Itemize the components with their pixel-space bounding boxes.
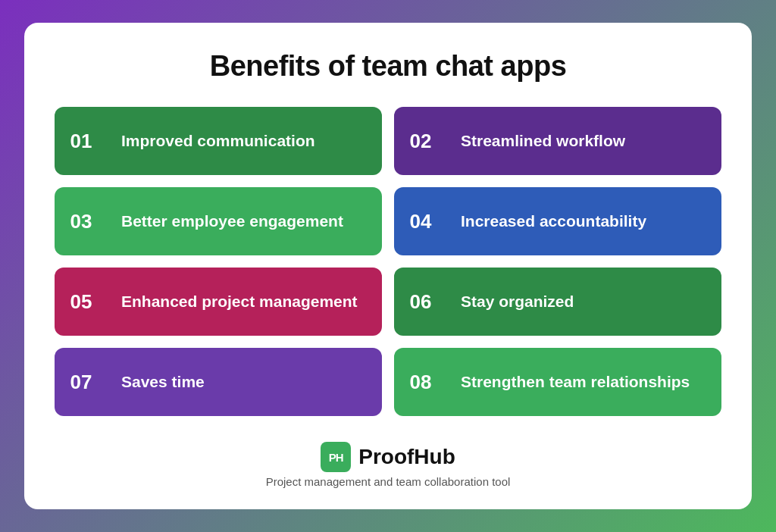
benefit-item-03: 03 Better employee engagement xyxy=(55,187,382,255)
item-number-05: 05 xyxy=(55,268,108,336)
footer: PH ProofHub Project management and team … xyxy=(55,437,721,488)
item-number-01: 01 xyxy=(55,107,108,175)
item-label-02: Streamlined workflow xyxy=(447,107,721,175)
benefits-grid: 01 Improved communication 02 Streamlined… xyxy=(55,107,721,416)
benefit-item-05: 05 Enhanced project management xyxy=(55,268,382,336)
item-number-08: 08 xyxy=(394,348,447,416)
main-card: Benefits of team chat apps 01 Improved c… xyxy=(24,23,752,509)
item-label-05: Enhanced project management xyxy=(108,268,382,336)
item-label-08: Strengthen team relationships xyxy=(447,348,721,416)
item-number-07: 07 xyxy=(55,348,108,416)
benefit-item-01: 01 Improved communication xyxy=(55,107,382,175)
tagline: Project management and team collaboratio… xyxy=(266,475,511,488)
item-number-06: 06 xyxy=(394,268,447,336)
benefit-item-04: 04 Increased accountability xyxy=(394,187,721,255)
item-label-06: Stay organized xyxy=(447,268,721,336)
benefit-item-06: 06 Stay organized xyxy=(394,268,721,336)
brand-name: ProofHub xyxy=(358,445,455,469)
brand-row: PH ProofHub xyxy=(321,442,455,472)
item-label-03: Better employee engagement xyxy=(108,187,382,255)
item-number-03: 03 xyxy=(55,187,108,255)
benefit-item-02: 02 Streamlined workflow xyxy=(394,107,721,175)
item-label-04: Increased accountability xyxy=(447,187,721,255)
item-number-04: 04 xyxy=(394,187,447,255)
benefit-item-07: 07 Saves time xyxy=(55,348,382,416)
item-label-07: Saves time xyxy=(108,348,382,416)
item-label-01: Improved communication xyxy=(108,107,382,175)
ph-logo-icon: PH xyxy=(321,442,351,472)
item-number-02: 02 xyxy=(394,107,447,175)
benefit-item-08: 08 Strengthen team relationships xyxy=(394,348,721,416)
page-title: Benefits of team chat apps xyxy=(55,50,721,83)
